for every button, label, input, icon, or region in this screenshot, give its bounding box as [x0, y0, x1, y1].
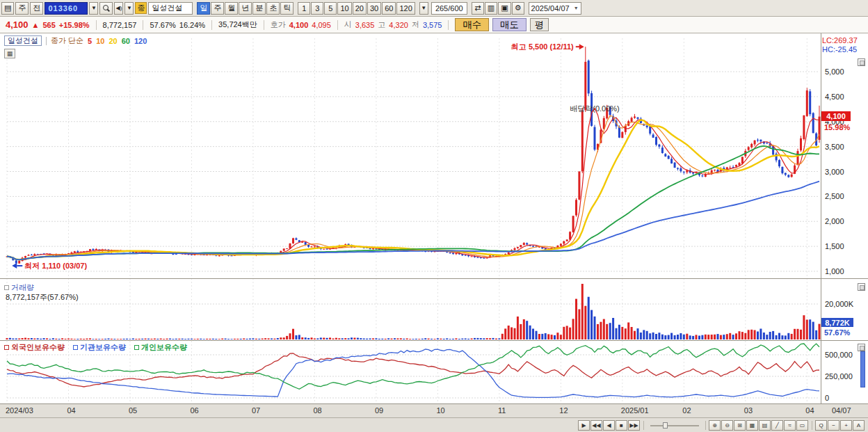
high-price: 4,320 — [389, 21, 408, 29]
zoom-button[interactable]: A — [853, 420, 865, 431]
minute-button[interactable]: 20 — [353, 2, 367, 15]
x-axis-month-label: 06 — [190, 406, 198, 415]
speaker-icon[interactable]: ◀) — [114, 2, 123, 15]
chart-tool-button[interactable]: ⊕ — [709, 420, 721, 431]
x-axis-month-label: 12 — [559, 406, 568, 415]
period-button[interactable]: 년 — [239, 2, 252, 15]
period-button[interactable]: 초 — [266, 2, 280, 15]
holdings-series-name: 기관보유수량 — [80, 342, 126, 353]
stock-code-input[interactable]: 013360 — [45, 2, 88, 15]
top-toolbar: ▤ 주 전 013360 ▼ ◀) ▼ 종 일성건설 일주월년분초틱 13510… — [0, 0, 868, 17]
minute-button[interactable]: 3 — [311, 2, 323, 15]
zoom-button[interactable]: − — [828, 420, 839, 431]
stock-name-input[interactable]: 일성건설 — [148, 2, 193, 15]
svg-text:배당락(0.00%): 배당락(0.00%) — [570, 104, 620, 113]
chart-tool-button[interactable]: ▤ — [759, 420, 771, 431]
playback-button[interactable]: ◀ — [603, 420, 615, 431]
average-button[interactable]: 평 — [530, 18, 549, 31]
zoom-button-group: Q−+A — [815, 420, 865, 431]
minute-button[interactable]: 1 — [298, 2, 310, 15]
low-label: 저 — [412, 19, 419, 30]
x-axis-month-label: 07 — [252, 406, 260, 415]
current-price-badge: 4,100 — [821, 111, 851, 121]
settings-gear-icon[interactable]: ⚙ — [512, 2, 524, 15]
minute-button[interactable]: 120 — [396, 2, 415, 15]
playback-button[interactable]: ■ — [616, 420, 627, 431]
chart-tool-button[interactable]: ▦ — [746, 420, 758, 431]
buy-button[interactable]: 매수 — [455, 18, 489, 31]
week-shortcut-button[interactable]: 주 — [15, 2, 29, 15]
playback-button-group: ▶◀◀◀■▶▶ — [578, 420, 641, 431]
date-dropdown-icon: ▼ — [574, 6, 579, 10]
svg-text:5,000: 5,000 — [825, 67, 844, 76]
code-dropdown-icon[interactable]: ▼ — [89, 2, 98, 15]
trade-amount: 35,724백만 — [218, 19, 257, 30]
current-price: 4,100 — [6, 19, 29, 30]
x-axis-month-label: 02 — [682, 406, 691, 415]
x-axis-last-date: 04/07 — [832, 406, 851, 415]
svg-text:3,500: 3,500 — [825, 143, 844, 151]
trading-chart-window: ▤ 주 전 013360 ▼ ◀) ▼ 종 일성건설 일주월년분초틱 13510… — [0, 0, 868, 432]
period-button[interactable]: 주 — [211, 2, 224, 15]
chart-legend: 일성건설 종가 단순 5102060120 — [4, 35, 151, 46]
zoom-slider-thumb[interactable] — [663, 422, 668, 429]
volume-title: 거래량 — [11, 282, 34, 293]
open-price: 3,635 — [355, 21, 375, 29]
svg-text:250,000: 250,000 — [825, 372, 853, 381]
zoom-button[interactable]: Q — [815, 420, 827, 431]
chart-grid-tool-icon[interactable]: ▦ — [4, 49, 15, 58]
prev-stock-button[interactable]: 전 — [30, 2, 43, 15]
volume-ratio: 57.67% — [150, 21, 175, 29]
playback-button[interactable]: ▶ — [578, 420, 590, 431]
chart-tool-button[interactable]: ▭ — [796, 420, 808, 431]
volume-legend: 거래량 — [4, 282, 34, 293]
compare-icon[interactable]: ⇄ — [472, 2, 484, 15]
sell-button[interactable]: 매도 — [492, 18, 527, 31]
stock-dropdown-icon[interactable]: ▼ — [124, 2, 134, 15]
volume-value: 8,772,157 — [103, 21, 137, 29]
change-arrow-icon: ▲ — [32, 21, 40, 29]
ask-price: 4,100 — [289, 21, 309, 29]
minute-button[interactable]: 30 — [367, 2, 381, 15]
x-axis-month-label: 11 — [498, 406, 506, 415]
zoom-slider[interactable] — [650, 420, 699, 431]
candle-counter: 265/600 — [431, 2, 467, 15]
volume-panel-menu-box[interactable] — [858, 283, 865, 291]
zoom-button[interactable]: + — [840, 420, 852, 431]
current-volume-percent: 57.67% — [824, 328, 850, 337]
chart-tool-button[interactable]: ⊖ — [721, 420, 733, 431]
holdings-series-name: 외국인보유수량 — [11, 342, 65, 353]
date-picker[interactable]: 2025/04/07 ▼ — [529, 2, 581, 15]
chart-tool-button[interactable]: ≈ — [784, 420, 796, 431]
playback-button[interactable]: ▶▶ — [628, 420, 640, 431]
main-panel-menu-box[interactable] — [858, 58, 865, 66]
search-icon — [102, 4, 110, 12]
svg-text:2,500: 2,500 — [825, 192, 844, 200]
period-button[interactable]: 틱 — [280, 2, 294, 15]
ma-period-label: 20 — [108, 37, 117, 45]
save-icon[interactable]: ▣ — [498, 2, 511, 15]
x-axis-month-label: 03 — [744, 406, 753, 415]
holdings-panel-menu-box[interactable] — [858, 344, 865, 351]
holdings-legend-item: 외국인보유수량 — [4, 342, 65, 353]
minute-button[interactable]: 60 — [382, 2, 396, 15]
chart-window-icon[interactable]: ▤ — [1, 2, 14, 15]
legend-square-icon — [4, 345, 9, 350]
multi-chart-icon[interactable]: ▥ — [485, 2, 497, 15]
holdings-series-name: 개인보유수량 — [141, 342, 187, 353]
svg-text:500,000: 500,000 — [825, 351, 853, 359]
turnover-ratio: 16.24% — [179, 21, 205, 29]
chart-tool-button[interactable]: ⊞ — [734, 420, 746, 431]
interval-dropdown-icon[interactable]: ▼ — [419, 2, 428, 15]
playback-button[interactable]: ◀◀ — [590, 420, 602, 431]
holdings-scrollbar-thumb[interactable] — [860, 351, 865, 387]
period-button[interactable]: 일 — [197, 2, 210, 15]
period-button[interactable]: 월 — [225, 2, 238, 15]
search-button[interactable] — [99, 2, 113, 15]
minute-button[interactable]: 5 — [324, 2, 337, 15]
svg-text:1,500: 1,500 — [825, 242, 844, 250]
chart-tool-button[interactable]: ╱ — [771, 420, 783, 431]
period-button[interactable]: 분 — [252, 2, 266, 15]
minute-button[interactable]: 10 — [337, 2, 351, 15]
legend-stock-name: 일성건설 — [4, 35, 42, 46]
